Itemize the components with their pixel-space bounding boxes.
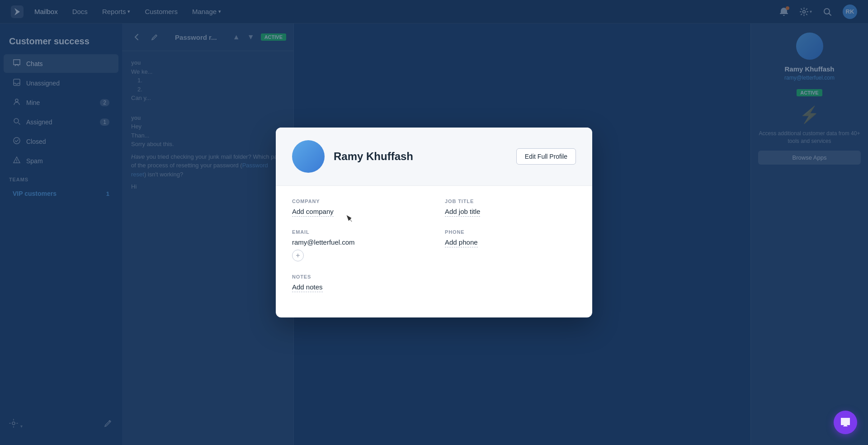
job-title-input[interactable]: Add job title <box>445 208 480 217</box>
field-row-email-phone: EMAIL ramy@letterfuel.com + PHONE Add ph… <box>292 229 576 261</box>
field-row-company-job: COMPANY Add company JOB TITLE Add job ti… <box>292 199 576 217</box>
company-label: COMPANY <box>292 199 423 204</box>
job-title-field-group: JOB TITLE Add job title <box>445 199 576 217</box>
job-title-label: JOB TITLE <box>445 199 576 204</box>
modal-avatar <box>292 140 325 173</box>
phone-label: PHONE <box>445 229 576 235</box>
company-input[interactable]: Add company <box>292 208 334 217</box>
add-email-button[interactable]: + <box>292 250 304 261</box>
notes-label: NOTES <box>292 274 576 279</box>
modal-body: COMPANY Add company JOB TITLE Add job ti… <box>276 186 592 305</box>
email-field-group: EMAIL ramy@letterfuel.com + <box>292 229 423 261</box>
modal-user-name: Ramy Khuffash <box>334 150 507 163</box>
notes-input[interactable]: Add notes <box>292 283 323 292</box>
modal-overlay[interactable]: Ramy Khuffash Edit Full Profile COMPANY … <box>0 0 868 445</box>
contact-modal: Ramy Khuffash Edit Full Profile COMPANY … <box>276 128 592 317</box>
edit-full-profile-button[interactable]: Edit Full Profile <box>516 148 576 165</box>
phone-field-group: PHONE Add phone <box>445 229 576 261</box>
notes-section: NOTES Add notes <box>292 274 576 292</box>
modal-header: Ramy Khuffash Edit Full Profile <box>276 128 592 186</box>
phone-input[interactable]: Add phone <box>445 238 478 247</box>
email-label: EMAIL <box>292 229 423 235</box>
chat-support-widget[interactable] <box>834 411 857 434</box>
company-field-group: COMPANY Add company <box>292 199 423 217</box>
email-value: ramy@letterfuel.com <box>292 238 423 246</box>
